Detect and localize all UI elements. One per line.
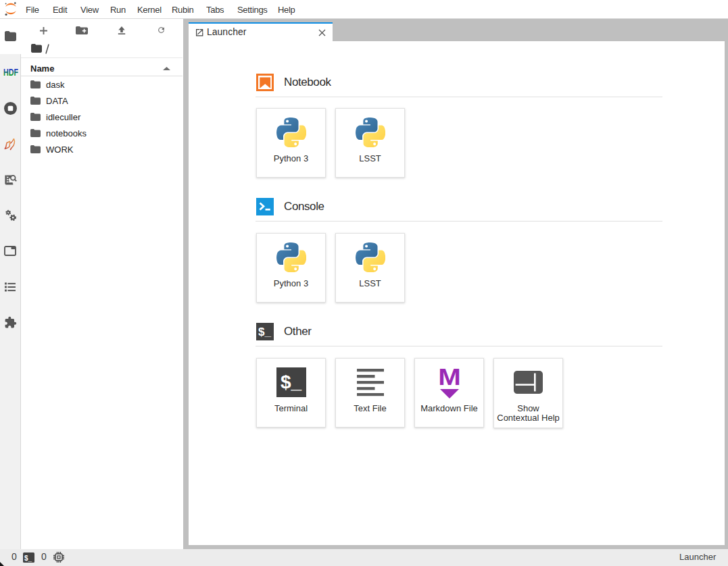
svg-text:M: M: [438, 367, 461, 390]
svg-text:$_: $_: [281, 371, 302, 392]
svg-text:$_: $_: [258, 326, 271, 338]
svg-text:$_: $_: [24, 555, 32, 562]
svg-text:HDF: HDF: [3, 67, 18, 76]
